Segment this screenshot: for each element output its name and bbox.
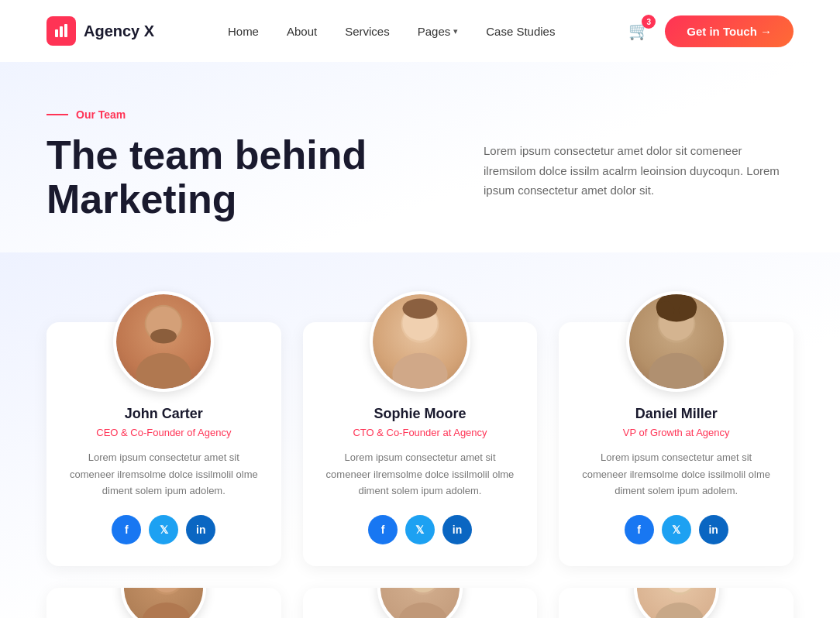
avatar-sophie [370,291,470,392]
hero-description: Lorem ipsum consectetur amet dolor sit c… [484,133,794,201]
svg-point-22 [398,603,448,618]
member-role-john: CEO & Co-Founder of Agency [96,427,231,438]
svg-rect-1 [60,26,63,37]
hero-content: The team behind Marketing Lorem ipsum co… [46,133,794,221]
nav-links: Home About Services Pages ▾ Case Studies [228,25,556,38]
facebook-btn-john[interactable]: f [112,515,141,544]
section-label: Our Team [46,108,794,121]
linkedin-btn-daniel[interactable]: in [699,515,728,544]
facebook-btn-daniel[interactable]: f [625,515,654,544]
hero-title-line2: Marketing [46,177,237,221]
logo-text: Agency X [84,22,154,40]
svg-point-10 [402,299,437,319]
nav-right: 🛒 3 Get in Touch → [628,15,794,47]
team-section: John Carter CEO & Co-Founder of Agency L… [0,252,840,618]
logo-icon [46,16,76,46]
member-name-sophie: Sophie Moore [374,406,466,422]
svg-point-4 [136,353,191,389]
social-links-sophie: f 𝕏 in [368,515,472,544]
member-desc-daniel: Lorem ipsum consectetur amet sit comenee… [577,449,775,499]
nav-case-studies[interactable]: Case Studies [486,25,555,38]
member-name-john: John Carter [125,406,203,422]
linkedin-btn-sophie[interactable]: in [442,515,472,544]
team-bottom-row [46,588,794,618]
nav-pages-label[interactable]: Pages [418,25,451,38]
nav-pages[interactable]: Pages ▾ [418,25,459,38]
svg-rect-0 [55,29,58,37]
social-links-john: f 𝕏 in [112,515,215,544]
svg-point-6 [150,329,177,344]
team-card-bottom-3 [559,588,794,618]
chevron-down-icon: ▾ [453,26,458,36]
team-grid: John Carter CEO & Co-Founder of Agency L… [46,268,794,565]
svg-point-26 [655,603,704,618]
linkedin-btn-john[interactable]: in [186,515,215,544]
team-card-daniel: Daniel Miller VP of Growth at Agency Lor… [559,322,794,565]
nav-services[interactable]: Services [345,25,390,38]
avatar-bottom-1 [121,588,206,618]
twitter-btn-john[interactable]: 𝕏 [149,515,178,544]
member-name-daniel: Daniel Miller [635,406,718,422]
avatar-john [113,291,214,392]
svg-point-18 [142,603,191,618]
team-card-bottom-2 [303,588,538,618]
member-desc-john: Lorem ipsum consectetur amet sit comenee… [65,449,263,499]
hero-section: Our Team The team behind Marketing Lorem… [0,62,840,252]
navbar: Agency X Home About Services Pages ▾ Cas… [0,0,840,62]
hero-title-line1: The team behind [46,132,367,177]
facebook-btn-sophie[interactable]: f [368,515,398,544]
get-in-touch-button[interactable]: Get in Touch → [665,15,794,47]
svg-point-15 [656,302,674,320]
team-card-sophie: Sophie Moore CTO & Co-Founder at Agency … [303,322,538,565]
avatar-daniel [626,291,727,392]
cart-button[interactable]: 🛒 3 [628,21,649,41]
svg-point-16 [678,302,696,320]
avatar-bottom-2 [377,588,463,618]
svg-point-12 [649,353,704,389]
social-links-daniel: f 𝕏 in [625,515,728,544]
member-desc-sophie: Lorem ipsum consectetur amet sit comenee… [322,449,519,499]
logo[interactable]: Agency X [46,16,154,46]
team-card-john: John Carter CEO & Co-Founder of Agency L… [46,322,281,565]
twitter-btn-sophie[interactable]: 𝕏 [405,515,435,544]
section-label-text: Our Team [76,108,126,121]
team-card-bottom-1 [46,588,281,618]
member-role-sophie: CTO & Co-Founder at Agency [353,427,487,438]
nav-about[interactable]: About [287,25,317,38]
hero-title: The team behind Marketing [46,133,367,221]
member-role-daniel: VP of Growth at Agency [623,427,730,438]
avatar-bottom-3 [634,588,719,618]
twitter-btn-daniel[interactable]: 𝕏 [662,515,691,544]
svg-rect-2 [64,24,67,37]
svg-point-8 [392,353,447,389]
nav-home[interactable]: Home [228,25,259,38]
cart-badge: 3 [642,15,656,29]
